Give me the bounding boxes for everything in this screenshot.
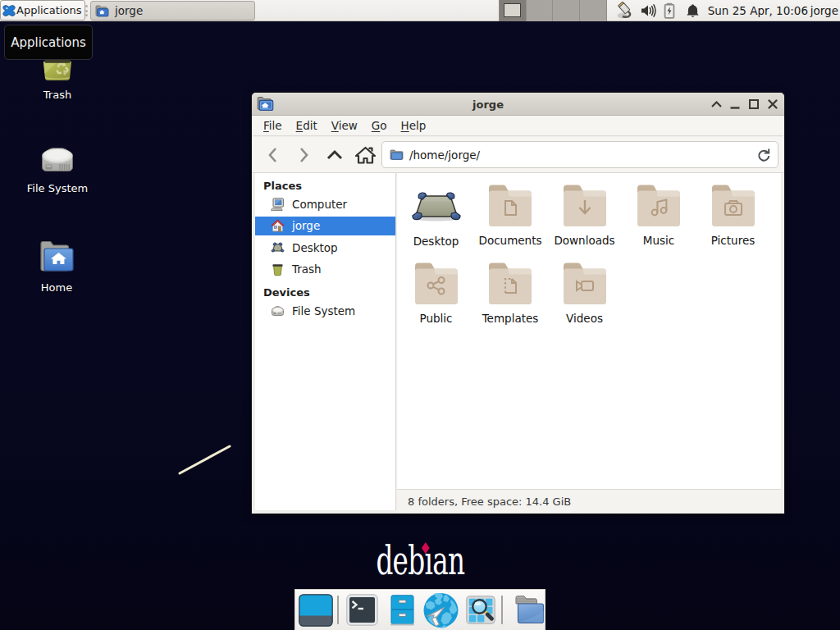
file-cabinet-icon xyxy=(390,595,414,626)
file-label: Public xyxy=(399,312,473,325)
desktop-icon-home[interactable]: Home xyxy=(11,239,102,294)
workspace-2[interactable] xyxy=(527,0,554,21)
sidebar-item-label: Desktop xyxy=(292,241,338,254)
dock-folder-button[interactable] xyxy=(514,595,545,625)
workspace-switcher xyxy=(499,0,607,21)
reload-icon[interactable] xyxy=(756,147,772,163)
volume-icon xyxy=(640,3,656,18)
battery-tray-icon[interactable] xyxy=(664,0,675,21)
file-label: Downloads xyxy=(547,234,622,247)
workspace-1[interactable] xyxy=(500,0,527,21)
forward-button[interactable] xyxy=(289,140,320,170)
menu-help[interactable]: Help xyxy=(401,119,427,132)
file-desktop[interactable]: Desktop xyxy=(399,182,473,253)
statusbar: 8 folders, Free space: 14.4 GiB xyxy=(397,489,781,513)
file-public[interactable]: Public xyxy=(399,260,473,331)
minimize-button[interactable] xyxy=(726,93,744,116)
folder-icon xyxy=(487,182,533,227)
show-desktop-icon xyxy=(299,594,333,627)
file-downloads[interactable]: Downloads xyxy=(547,182,622,253)
workspace-3[interactable] xyxy=(553,0,580,21)
debian-wallpaper-logo: debıan xyxy=(0,537,840,583)
network-cable-tray-icon[interactable] xyxy=(616,0,634,21)
folder-icon xyxy=(710,182,756,227)
xfce-logo-icon xyxy=(2,4,16,17)
home-button[interactable] xyxy=(350,140,381,170)
sidebar: Places Computer jorge xyxy=(255,173,396,510)
terminal-icon xyxy=(346,594,378,626)
file-label: Videos xyxy=(547,312,622,325)
notifications-tray-icon[interactable] xyxy=(686,0,700,21)
up-button[interactable] xyxy=(319,140,350,170)
file-videos[interactable]: Videos xyxy=(547,260,622,331)
debian-logo-text: debıan xyxy=(376,537,464,583)
menubar: File Edit View Go Help xyxy=(253,116,783,136)
desktop-icon-filesystem[interactable]: File System xyxy=(12,144,103,195)
dock-app-finder-button[interactable] xyxy=(466,596,495,624)
clock[interactable]: Sun 25 Apr, 10:06 xyxy=(708,0,808,21)
file-templates[interactable]: Templates xyxy=(473,260,548,331)
sidebar-item-label: Computer xyxy=(292,198,347,211)
sidebar-item-desktop[interactable]: Desktop xyxy=(255,237,395,258)
toolbar: /home/jorge/ xyxy=(253,137,783,173)
window-titlebar[interactable]: jorge xyxy=(252,93,784,116)
dock-separator xyxy=(501,596,503,624)
computer-icon xyxy=(271,198,285,212)
menu-view[interactable]: View xyxy=(331,119,358,132)
workspace-4[interactable] xyxy=(580,0,606,21)
applications-menu-label: Applications xyxy=(16,4,81,16)
close-button[interactable] xyxy=(764,93,782,116)
applications-menu-button[interactable]: Applications xyxy=(0,0,85,21)
sidebar-item-file-system[interactable]: File System xyxy=(255,300,395,322)
home-folder-big-icon xyxy=(38,239,76,274)
sidebar-item-trash[interactable]: Trash xyxy=(255,258,395,280)
desktop-icon-label: Trash xyxy=(43,89,71,101)
taskbar-window-label: jorge xyxy=(115,4,143,17)
bell-icon xyxy=(686,3,700,19)
network-cable-icon xyxy=(616,2,634,20)
file-music[interactable]: Music xyxy=(622,182,696,253)
sidebar-places-header: Places xyxy=(255,173,395,194)
shade-button[interactable] xyxy=(707,93,725,116)
back-button[interactable] xyxy=(258,140,289,170)
battery-icon xyxy=(664,2,675,19)
workspace-window-thumb xyxy=(504,3,521,17)
web-browser-icon xyxy=(423,592,459,628)
sidebar-item-computer[interactable]: Computer xyxy=(255,194,395,215)
dock-file-manager-button[interactable] xyxy=(390,595,414,626)
folder-icon xyxy=(413,260,459,305)
drive-icon xyxy=(271,304,285,318)
sidebar-devices-header: Devices xyxy=(255,280,395,300)
sidebar-item-label: File System xyxy=(292,304,355,317)
dock-show-desktop-button[interactable] xyxy=(299,594,333,627)
top-panel: Applications jorge xyxy=(0,0,840,21)
panel-user-label[interactable]: jorge xyxy=(810,0,838,21)
app-finder-icon xyxy=(466,596,495,624)
folder-icon xyxy=(636,182,682,227)
home-folder-icon xyxy=(95,5,109,17)
location-bar[interactable]: /home/jorge/ xyxy=(381,141,778,168)
statusbar-text: 8 folders, Free space: 14.4 GiB xyxy=(408,495,571,508)
menu-go[interactable]: Go xyxy=(372,119,387,132)
volume-tray-icon[interactable] xyxy=(640,0,656,21)
desktop-place-icon xyxy=(271,240,285,254)
tasklist-handle[interactable] xyxy=(84,5,89,16)
sidebar-item-label: Trash xyxy=(292,262,322,276)
menu-edit[interactable]: Edit xyxy=(296,119,317,132)
file-system-icon xyxy=(39,144,76,175)
tooltip-text: Applications xyxy=(11,35,86,50)
folder-icon xyxy=(562,182,608,227)
maximize-button[interactable] xyxy=(745,93,763,116)
menu-file[interactable]: File xyxy=(263,119,282,132)
file-view: Desktop Documents Downloads xyxy=(397,173,781,489)
file-documents[interactable]: Documents xyxy=(473,182,548,253)
dock-web-browser-button[interactable] xyxy=(423,592,459,628)
dock-separator xyxy=(337,596,339,624)
taskbar-window-button[interactable]: jorge xyxy=(90,1,255,21)
window-title: jorge xyxy=(252,93,724,116)
folder-icon xyxy=(487,260,533,305)
sidebar-item-jorge[interactable]: jorge xyxy=(255,215,395,236)
dock-folder-icon xyxy=(514,595,545,625)
dock-terminal-button[interactable] xyxy=(346,594,378,626)
file-pictures[interactable]: Pictures xyxy=(696,182,770,253)
